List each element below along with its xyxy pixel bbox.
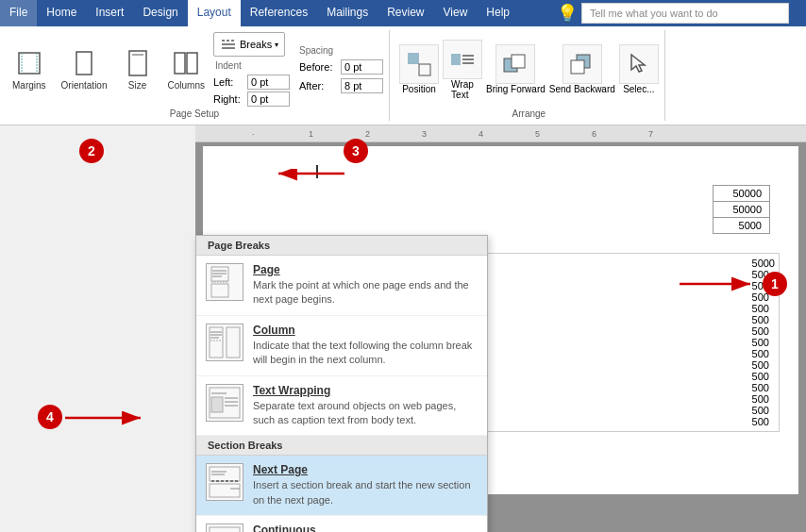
ribbon-body: Margins Orientation Size [0,26,806,125]
breaks-button[interactable]: Breaks ▾ [213,32,285,57]
spacing-after-label: After: [299,80,337,91]
doc-table: 50000 50000 5000 [713,185,770,234]
list-item: 500 [752,303,775,314]
ruler-mark-1: · [252,129,255,139]
column-break-desc: Indicate that the text following the col… [253,339,478,368]
page-break-desc: Mark the point at which one page ends an… [253,278,478,308]
arrange-label: Arrange [512,107,546,119]
indent-right-input[interactable] [247,91,290,107]
tab-mailings[interactable]: Mailings [317,0,378,26]
continuous-title: Continuous [253,524,478,532]
ruler-mark-7: 6 [592,129,596,139]
svg-rect-20 [571,60,584,74]
wrap-text-label: WrapText [451,79,474,100]
orientation-button[interactable]: Orientation [55,43,114,96]
wrap-text-button[interactable] [443,40,482,79]
continuous-item[interactable]: Continuous Insert a section break and st… [196,516,487,532]
next-page-item[interactable]: Next Page Insert a section break and sta… [196,456,487,516]
spacing-after-input[interactable] [341,78,383,93]
column-break-icon [206,324,243,361]
continuous-text: Continuous Insert a section break and st… [253,524,478,532]
bring-forward-label: Bring Forward [486,84,546,94]
svg-rect-7 [187,53,197,74]
size-button[interactable]: Size [116,43,160,96]
tab-help[interactable]: Help [477,0,519,26]
position-label: Position [402,84,436,94]
position-button[interactable] [399,44,439,84]
list-item: 500 [752,393,775,405]
ruler-mark-4: 3 [422,129,427,139]
size-label: Size [128,80,146,91]
continuous-icon [206,524,243,532]
list-item: 500 [752,325,775,337]
svg-rect-18 [512,55,525,68]
search-bar[interactable]: Tell me what you want to do [581,3,789,24]
page-setup-label: Page Setup [170,107,219,119]
list-item: 500 [752,359,775,371]
margins-icon [14,48,44,78]
column-break-title: Column [253,324,478,337]
bring-forward-button[interactable] [495,44,535,84]
spacing-label: Spacing [299,45,383,56]
list-item: 5000 [752,258,775,269]
column-break-item[interactable]: Column Indicate that the text following … [196,316,487,376]
next-page-title: Next Page [253,463,478,476]
orientation-icon [69,48,99,78]
tab-insert[interactable]: Insert [86,0,133,26]
table-cell: 5000 [714,218,770,234]
margins-button[interactable]: Margins [6,43,53,96]
columns-button[interactable]: Columns [161,43,211,96]
list-item: 500 [752,371,775,382]
select-button[interactable] [619,44,659,84]
annotation-4-arrow [60,408,155,427]
page-break-icon [206,263,243,301]
send-backward-button[interactable] [563,44,602,84]
text-wrapping-title: Text Wrapping [253,384,478,397]
tab-review[interactable]: Review [378,0,433,26]
svg-rect-35 [211,397,223,412]
svg-rect-12 [419,64,430,75]
margins-label: Margins [12,80,46,91]
arrange-group: Position WrapText Bring Forward [394,30,665,121]
tab-view[interactable]: View [434,0,478,26]
breaks-dropdown-arrow: ▾ [275,41,278,49]
tab-layout[interactable]: Layout [188,0,241,26]
next-page-text: Next Page Insert a section break and sta… [253,463,478,507]
side-panel [0,125,195,532]
tab-home[interactable]: Home [37,0,86,26]
text-wrapping-item[interactable]: Text Wrapping Separate text around objec… [196,376,487,437]
columns-icon [171,48,201,78]
ruler-mark-8: 7 [648,129,653,139]
svg-rect-3 [76,52,92,75]
list-item: 500 [752,348,775,359]
list-item: 500 [752,337,775,348]
svg-rect-45 [210,527,240,532]
indent-right-label: Right: [213,93,243,105]
spacing-before-input[interactable] [341,59,383,75]
annotation-4: 4 [38,405,62,429]
ruler-mark-5: 4 [479,129,483,139]
page-setup-buttons: Margins Orientation Size [6,32,383,107]
breaks-label: Breaks [240,39,272,50]
page-setup-group: Margins Orientation Size [0,30,390,121]
page-breaks-header: Page Breaks [196,236,487,256]
svg-rect-23 [211,284,228,297]
ruler-mark-6: 5 [535,129,540,139]
page-break-item[interactable]: Page Mark the point at which one page en… [196,256,487,316]
indent-left-input[interactable] [247,75,290,90]
svg-rect-13 [451,54,461,65]
ribbon-tab-bar: File Home Insert Design Layout Reference… [0,0,806,26]
list-item: 500 [752,382,775,393]
table-row: 5000 [714,218,770,234]
orientation-label: Orientation [61,80,108,91]
list-item: 500 [752,416,775,427]
tab-file[interactable]: File [0,0,37,26]
text-wrapping-text: Text Wrapping Separate text around objec… [253,384,478,428]
svg-rect-28 [227,327,240,357]
indent-right-row: Right: [213,91,290,107]
annotation-3-arrow [274,169,359,188]
column-break-text: Column Indicate that the text following … [253,324,478,368]
tab-design[interactable]: Design [133,0,187,26]
tab-references[interactable]: References [241,0,317,26]
page-break-title: Page [253,263,478,276]
